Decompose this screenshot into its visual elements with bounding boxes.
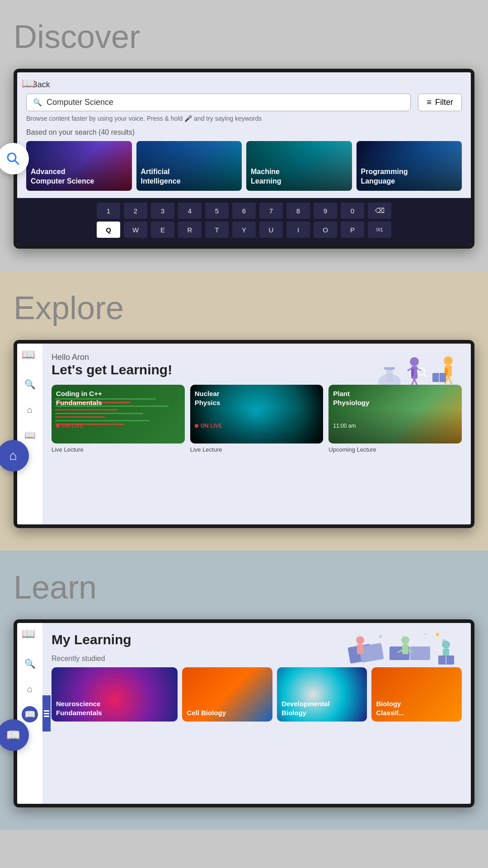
recent-card-bio-class[interactable]: BiologyClassif...	[371, 667, 462, 722]
course-card-ai[interactable]: ArtificialIntelligence	[136, 141, 242, 191]
screen-book-icon-discover: 📖	[22, 77, 35, 90]
book-icon: 📖	[6, 728, 20, 742]
filter-icon: ≡	[427, 98, 432, 107]
search-icon: 🔍	[33, 98, 42, 107]
svg-point-33	[425, 633, 427, 635]
svg-rect-29	[402, 644, 408, 654]
learn-section: Learn 📖 📖 🔍 ⌂ 📖	[0, 551, 488, 830]
svg-line-11	[424, 374, 427, 377]
plant-time-badge: 11:00 am	[333, 423, 356, 429]
learn-header-area: My Learning	[52, 632, 462, 647]
svg-point-32	[379, 635, 382, 638]
svg-rect-24	[357, 644, 363, 654]
home-icon: ⌂	[9, 448, 17, 463]
live-badge-text: ON LIVE	[201, 423, 222, 429]
svg-point-14	[444, 356, 453, 365]
course-card-ml[interactable]: MachineLearning	[246, 141, 352, 191]
key-i[interactable]: I	[286, 222, 310, 238]
recent-card-neuro[interactable]: NeuroscienceFundamentals	[52, 667, 178, 722]
sidebar-home-icon[interactable]: ⌂	[22, 401, 38, 418]
learn-label: Learn	[14, 569, 474, 606]
search-input-box[interactable]: 🔍	[26, 94, 411, 111]
learn-sidebar-search[interactable]: 🔍	[22, 656, 38, 672]
course-card-title: ProgrammingLanguage	[357, 163, 413, 191]
key-3[interactable]: 3	[151, 203, 174, 219]
filter-button[interactable]: ≡ Filter	[418, 94, 462, 111]
sidebar-search-icon[interactable]: 🔍	[22, 376, 38, 392]
key-w[interactable]: W	[124, 222, 147, 238]
key-o[interactable]: O	[314, 222, 337, 238]
key-5[interactable]: 5	[205, 203, 229, 219]
live-badge-text: ON LIVE	[62, 423, 84, 429]
key-7[interactable]: 7	[259, 203, 283, 219]
discover-screen-content: ‹ Back 🔍 ≡ Filter	[17, 72, 471, 245]
discover-tv-wrapper: 📖 ‹ Back 🔍 ≡ Fil	[14, 69, 474, 249]
key-6[interactable]: 6	[232, 203, 256, 219]
dev-bio-card-title: DevelopmentalBiology	[282, 699, 330, 717]
key-backspace[interactable]: ⌫	[368, 203, 391, 219]
svg-line-1	[15, 160, 19, 164]
key-8[interactable]: 8	[286, 203, 310, 219]
svg-rect-3	[386, 368, 393, 382]
recent-cards-row: NeuroscienceFundamentals Cell Biology De…	[52, 667, 462, 722]
learn-sidebar-book[interactable]: 📖	[22, 706, 38, 722]
card-sublabels-row: Live Lecture Live Lecture Upcoming Lectu…	[52, 446, 462, 453]
nuclear-card-title: NuclearPhysics	[195, 389, 221, 407]
sidebar-book-icon[interactable]: 📖	[22, 427, 38, 443]
nuclear-live-badge: ON LIVE	[195, 423, 222, 429]
filter-label: Filter	[435, 98, 453, 107]
learn-illustration-svg: ★	[335, 627, 462, 668]
svg-line-12	[408, 368, 411, 371]
search-input[interactable]	[47, 98, 404, 107]
discover-label: Discover	[14, 18, 474, 55]
discover-section: Discover 📖 ‹ Back	[0, 0, 488, 271]
keyboard-num-row: 1 2 3 4 5 6 7 8 9 0 ⌫	[26, 203, 462, 219]
key-r[interactable]: R	[178, 222, 202, 238]
learn-tv-screen: 📖 🔍 ⌂ 📖 My Learnin	[14, 619, 474, 807]
key-special[interactable]: !#1	[368, 222, 391, 238]
key-9[interactable]: 9	[314, 203, 337, 219]
svg-line-18	[448, 377, 452, 384]
key-2[interactable]: 2	[124, 203, 147, 219]
svg-point-23	[356, 636, 364, 644]
layer-bar	[44, 713, 49, 714]
key-0[interactable]: 0	[341, 203, 364, 219]
voice-hint: Browse content faster by using your voic…	[17, 115, 471, 125]
recent-card-cell[interactable]: Cell Biology	[182, 667, 272, 722]
key-1[interactable]: 1	[97, 203, 120, 219]
layer-bar	[44, 710, 49, 712]
plant-sub-label: Upcoming Lecture	[328, 446, 462, 453]
key-q[interactable]: Q	[97, 222, 120, 238]
learn-screen-content: 🔍 ⌂ 📖 My Learning	[17, 623, 471, 804]
top-bar: ‹ Back	[17, 72, 471, 94]
recent-card-dev-bio[interactable]: DevelopmentalBiology	[277, 667, 367, 722]
svg-point-5	[410, 357, 419, 366]
course-card-title: ArtificialIntelligence	[136, 163, 185, 191]
key-y[interactable]: Y	[232, 222, 256, 238]
explore-section: Explore ⌂ 📖 🔍 ⌂ 📖 Hello	[0, 271, 488, 551]
results-label: Based on your search (40 results)	[17, 125, 471, 141]
course-card-prog[interactable]: ProgrammingLanguage	[357, 141, 462, 191]
discover-tv-screen: 📖 ‹ Back 🔍 ≡ Fil	[14, 69, 474, 249]
coding-live-badge: ON LIVE	[56, 423, 84, 429]
live-dot	[195, 424, 198, 428]
layers-indicator	[42, 695, 51, 731]
course-card-title: AdvancedComputer Science	[26, 163, 99, 191]
live-card-coding[interactable]: Coding in C++Fundamentals ON LIVE	[52, 385, 185, 443]
explore-label: Explore	[14, 289, 474, 326]
key-u[interactable]: U	[259, 222, 283, 238]
key-t[interactable]: T	[205, 222, 229, 238]
live-dot	[56, 424, 60, 428]
greeting-area: Hello Aron Let's get Learning!	[52, 353, 462, 377]
learn-sidebar-home[interactable]: ⌂	[22, 681, 38, 697]
key-e[interactable]: E	[151, 222, 174, 238]
live-card-plant[interactable]: PlantPhysiology 11:00 am	[328, 385, 462, 443]
keyboard-alpha-row: Q W E R T Y U I O P !#1	[26, 222, 462, 238]
key-4[interactable]: 4	[178, 203, 202, 219]
live-card-nuclear[interactable]: NuclearPhysics ON LIVE	[190, 385, 324, 443]
explore-main-content: Hello Aron Let's get Learning!	[42, 344, 471, 462]
search-bar-row: 🔍 ≡ Filter	[17, 94, 471, 115]
nuclear-sub-label: Live Lecture	[190, 446, 324, 453]
key-p[interactable]: P	[341, 222, 364, 238]
course-card-adv-cs[interactable]: AdvancedComputer Science	[26, 141, 132, 191]
